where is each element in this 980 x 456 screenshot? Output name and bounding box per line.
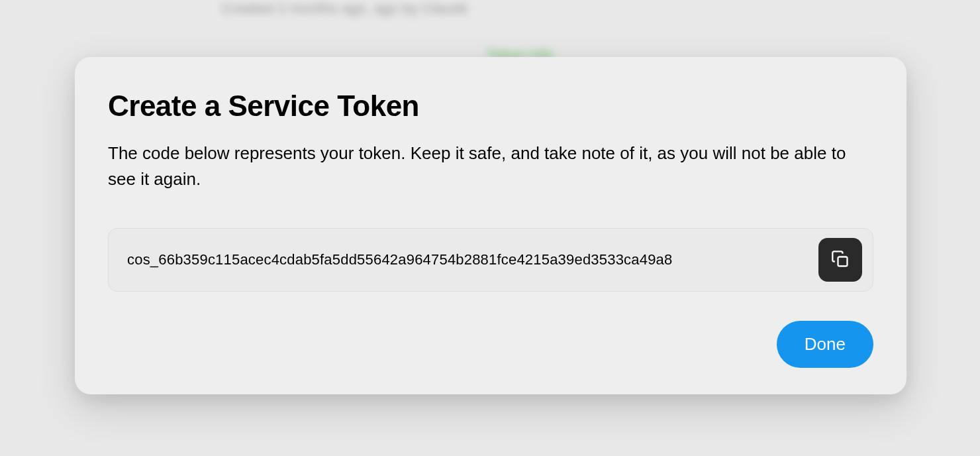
backdrop-meta-text: Created 2 months ago, ago by Claude	[202, 0, 778, 17]
svg-rect-0	[838, 256, 848, 266]
create-service-token-modal: Create a Service Token The code below re…	[75, 57, 906, 394]
modal-actions: Done	[108, 321, 873, 368]
copy-token-button[interactable]	[818, 238, 862, 282]
done-button[interactable]: Done	[777, 321, 873, 368]
copy-icon	[831, 250, 850, 270]
token-display: cos_66b359c115acec4cdab5fa5dd55642a96475…	[108, 228, 873, 292]
token-value: cos_66b359c115acec4cdab5fa5dd55642a96475…	[127, 251, 672, 268]
modal-title: Create a Service Token	[108, 90, 873, 122]
modal-description: The code below represents your token. Ke…	[108, 141, 873, 192]
